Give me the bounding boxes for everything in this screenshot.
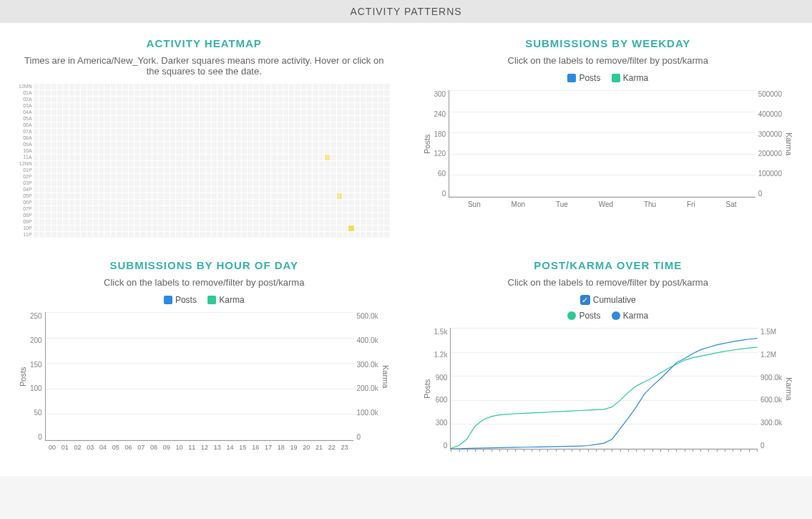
heatmap-cell[interactable] xyxy=(57,142,62,147)
heatmap-cell[interactable] xyxy=(301,174,306,180)
heatmap-cell[interactable] xyxy=(188,110,193,115)
heatmap-cell[interactable] xyxy=(176,168,181,173)
heatmap-cell[interactable] xyxy=(52,122,57,128)
heatmap-cell[interactable] xyxy=(212,155,217,160)
heatmap-cell[interactable] xyxy=(147,103,152,109)
heatmap-cell[interactable] xyxy=(34,174,39,180)
heatmap-cell[interactable] xyxy=(140,168,145,173)
heatmap-cell[interactable] xyxy=(34,110,39,115)
heatmap-cell[interactable] xyxy=(129,219,134,225)
heatmap-cell[interactable] xyxy=(147,122,152,128)
heatmap-cell[interactable] xyxy=(265,84,270,89)
heatmap-cell[interactable] xyxy=(147,168,152,173)
heatmap-cell[interactable] xyxy=(170,168,175,173)
heatmap-cell[interactable] xyxy=(63,219,68,225)
heatmap-cell[interactable] xyxy=(200,168,205,173)
heatmap-cell[interactable] xyxy=(75,110,80,115)
heatmap-cell[interactable] xyxy=(242,193,247,199)
heatmap-cell[interactable] xyxy=(301,148,306,154)
heatmap-cell[interactable] xyxy=(343,103,348,109)
heatmap-cell[interactable] xyxy=(45,129,50,135)
heatmap-cell[interactable] xyxy=(140,122,145,128)
heatmap-cell[interactable] xyxy=(104,90,109,96)
heatmap-cell[interactable] xyxy=(158,122,163,128)
heatmap-cell[interactable] xyxy=(75,155,80,160)
heatmap-cell[interactable] xyxy=(206,135,211,141)
heatmap-cell[interactable] xyxy=(307,90,312,96)
heatmap-cell[interactable] xyxy=(165,129,170,135)
heatmap-cell[interactable] xyxy=(283,142,288,147)
heatmap-cell[interactable] xyxy=(122,219,127,225)
heatmap-cell[interactable] xyxy=(87,180,92,186)
heatmap-cell[interactable] xyxy=(176,161,181,167)
heatmap-cell[interactable] xyxy=(176,206,181,212)
line-karma[interactable] xyxy=(451,339,758,449)
heatmap-cell[interactable] xyxy=(265,103,270,109)
heatmap-cell[interactable] xyxy=(134,213,140,218)
heatmap-cell[interactable] xyxy=(75,168,80,173)
heatmap-cell[interactable] xyxy=(200,213,205,218)
heatmap-cell[interactable] xyxy=(384,103,389,109)
heatmap-cell[interactable] xyxy=(99,213,104,218)
heatmap-cell[interactable] xyxy=(301,206,306,212)
heatmap-cell[interactable] xyxy=(301,187,306,193)
heatmap-cell[interactable] xyxy=(176,103,181,109)
heatmap-cell[interactable] xyxy=(361,161,366,167)
heatmap-cell[interactable] xyxy=(217,161,222,167)
heatmap-cell[interactable] xyxy=(182,193,187,199)
heatmap-cell[interactable] xyxy=(194,213,199,218)
heatmap-cell[interactable] xyxy=(140,206,145,212)
heatmap-cell[interactable] xyxy=(319,161,324,167)
heatmap-cell[interactable] xyxy=(104,168,109,173)
heatmap-cell[interactable] xyxy=(242,129,247,135)
heatmap-cell[interactable] xyxy=(170,90,175,96)
heatmap-cell[interactable] xyxy=(81,174,86,180)
heatmap-cell[interactable] xyxy=(235,187,240,193)
heatmap-cell[interactable] xyxy=(34,116,39,122)
heatmap-cell[interactable] xyxy=(57,225,62,231)
heatmap-cell[interactable] xyxy=(230,103,235,109)
heatmap-cell[interactable] xyxy=(206,161,211,167)
heatmap-cell[interactable] xyxy=(301,103,306,109)
heatmap-cell[interactable] xyxy=(194,174,199,180)
heatmap-cell[interactable] xyxy=(331,168,336,173)
heatmap-cell[interactable] xyxy=(260,187,265,193)
heatmap-cell[interactable] xyxy=(122,103,127,109)
heatmap-cell[interactable] xyxy=(230,84,235,89)
heatmap-cell[interactable] xyxy=(188,180,193,186)
heatmap-cell[interactable] xyxy=(319,219,324,225)
heatmap-cell[interactable] xyxy=(253,103,258,109)
heatmap-cell[interactable] xyxy=(278,135,283,141)
heatmap-cell[interactable] xyxy=(348,193,353,199)
heatmap-cell[interactable] xyxy=(129,225,134,231)
heatmap-cell[interactable] xyxy=(212,90,217,96)
heatmap-cell[interactable] xyxy=(52,135,57,141)
weekday-legend-karma[interactable]: Karma xyxy=(612,73,648,83)
heatmap-cell[interactable] xyxy=(217,148,222,154)
heatmap-cell[interactable] xyxy=(152,168,157,173)
heatmap-cell[interactable] xyxy=(235,135,240,141)
heatmap-cell[interactable] xyxy=(253,129,258,135)
heatmap-cell[interactable] xyxy=(384,122,389,128)
heatmap-cell[interactable] xyxy=(81,129,86,135)
heatmap-cell[interactable] xyxy=(384,135,389,141)
heatmap-cell[interactable] xyxy=(39,206,44,212)
heatmap-cell[interactable] xyxy=(224,155,229,160)
heatmap-cell[interactable] xyxy=(93,97,98,102)
heatmap-cell[interactable] xyxy=(366,142,371,147)
heatmap-cell[interactable] xyxy=(111,155,116,160)
heatmap-cell[interactable] xyxy=(140,174,145,180)
heatmap-cell[interactable] xyxy=(188,116,193,122)
heatmap-cell[interactable] xyxy=(176,110,181,115)
heatmap-cell[interactable] xyxy=(271,135,276,141)
heatmap-cell[interactable] xyxy=(313,110,318,115)
heatmap-cell[interactable] xyxy=(373,110,378,115)
heatmap-cell[interactable] xyxy=(117,129,122,135)
heatmap-cell[interactable] xyxy=(75,213,80,218)
heatmap-cell[interactable] xyxy=(301,142,306,147)
heatmap-cell[interactable] xyxy=(147,206,152,212)
heatmap-cell[interactable] xyxy=(34,103,39,109)
heatmap-cell[interactable] xyxy=(212,116,217,122)
heatmap-cell[interactable] xyxy=(348,200,353,205)
heatmap-cell[interactable] xyxy=(39,90,44,96)
